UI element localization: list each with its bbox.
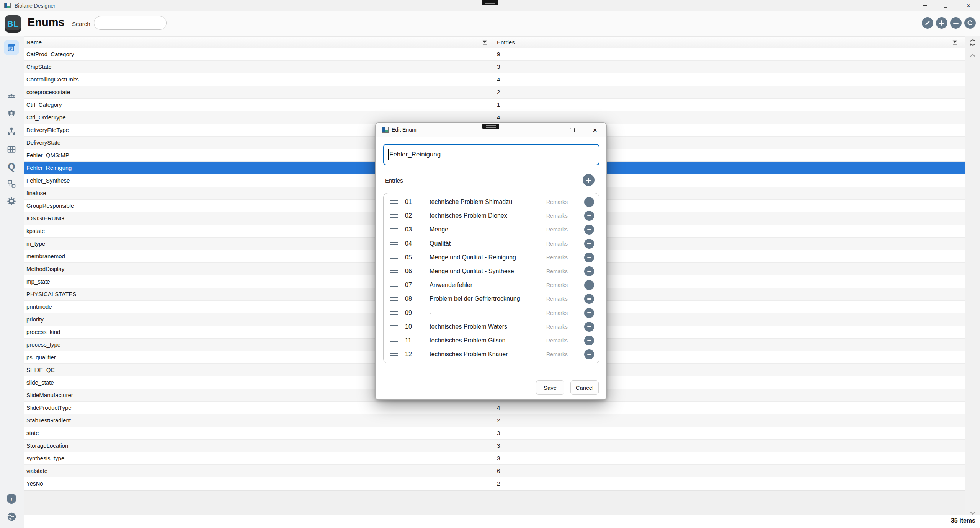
save-button[interactable]: Save [536, 380, 564, 395]
drag-handle-icon[interactable] [390, 353, 398, 356]
refresh-button[interactable] [964, 17, 976, 29]
table-row[interactable]: synthesis_type 3 [24, 452, 965, 465]
enum-entry-row: 08 Problem bei der Gefriertrocknung Rema… [384, 292, 599, 306]
entry-remarks-field[interactable]: Remarks [546, 351, 579, 357]
remove-entry-button[interactable] [584, 225, 594, 235]
remove-entry-button[interactable] [584, 322, 594, 332]
entries-label: Entries [385, 177, 403, 184]
scroll-up-button[interactable] [969, 52, 976, 57]
table-row[interactable]: SlideProductType 4 [24, 402, 965, 414]
app-window: Biolane Designer × BL Enums Search [0, 0, 980, 528]
enum-entry-row: 04 Qualität Remarks [384, 237, 599, 251]
entry-remarks-field[interactable]: Remarks [546, 254, 579, 261]
table-row[interactable]: vialstate 6 [24, 465, 965, 477]
remove-entry-button[interactable] [584, 308, 594, 318]
scroll-down-button[interactable] [969, 510, 976, 515]
table-row[interactable]: ChipState 3 [24, 61, 965, 73]
entry-remarks-field[interactable]: Remarks [546, 241, 579, 247]
entry-remarks-field[interactable]: Remarks [546, 282, 579, 288]
entry-label-field[interactable]: Menge und Qualität - Reinigung [430, 254, 546, 261]
sidebar-item-tables[interactable] [4, 142, 19, 157]
sidebar-item-hierarchy[interactable] [4, 124, 19, 139]
add-enum-button[interactable] [936, 17, 947, 29]
sync-icon [969, 38, 977, 47]
search-input[interactable] [94, 16, 167, 30]
sidebar-item-settings[interactable] [4, 194, 19, 209]
drag-handle-icon[interactable] [390, 339, 398, 342]
entry-label-field[interactable]: Qualität [430, 240, 546, 247]
drag-handle-icon[interactable] [390, 284, 398, 287]
entry-label-field[interactable]: Problem bei der Gefriertrocknung [430, 295, 546, 302]
globe-icon [7, 512, 17, 522]
remove-entry-button[interactable] [584, 294, 594, 304]
close-button[interactable]: × [960, 0, 977, 11]
minimize-button[interactable] [916, 0, 933, 11]
table-row[interactable]: YesNo 2 [24, 477, 965, 490]
remove-entry-button[interactable] [584, 349, 594, 359]
enum-name-input[interactable] [383, 144, 599, 165]
dialog-minimize-button[interactable] [541, 124, 558, 136]
table-row[interactable]: StorageLocation 3 [24, 440, 965, 452]
entry-label-field[interactable]: Anwenderfehler [430, 282, 546, 288]
drag-handle-icon[interactable] [390, 200, 398, 204]
table-row[interactable]: coreprocessstate 2 [24, 86, 965, 99]
remove-entry-button[interactable] [584, 253, 594, 262]
table-row[interactable]: Ctrl_Category 1 [24, 99, 965, 111]
remove-entry-button[interactable] [584, 266, 594, 276]
remove-entry-button[interactable] [584, 280, 594, 290]
drag-handle-icon[interactable] [390, 214, 398, 218]
drag-handle-icon[interactable] [390, 325, 398, 328]
sidebar-item-enums[interactable] [4, 40, 19, 55]
entry-remarks-field[interactable]: Remarks [546, 310, 579, 316]
drag-handle-icon[interactable] [390, 311, 398, 315]
entry-label-field[interactable]: Menge und Qualität - Synthese [430, 268, 546, 275]
filter-icon[interactable] [952, 39, 958, 46]
column-header-entries[interactable]: Entries [497, 39, 515, 46]
filter-icon[interactable] [482, 39, 488, 46]
sidebar-item-users[interactable] [4, 89, 19, 104]
add-entry-button[interactable] [583, 174, 595, 186]
entry-label-field[interactable]: Menge [430, 226, 546, 233]
entry-label-field[interactable]: technisches Problem Dionex [430, 212, 546, 219]
entry-number: 12 [405, 351, 430, 358]
drag-handle-icon[interactable] [390, 270, 398, 273]
entry-remarks-field[interactable]: Remarks [546, 296, 579, 302]
table-row[interactable]: state 3 [24, 427, 965, 440]
table-row[interactable]: StabTestGradient 2 [24, 414, 965, 427]
entry-remarks-field[interactable]: Remarks [546, 337, 579, 344]
entry-remarks-field[interactable]: Remarks [546, 213, 579, 219]
sidebar-item-info[interactable]: i [4, 491, 19, 506]
drag-handle-icon[interactable] [390, 297, 398, 301]
remove-entry-button[interactable] [584, 336, 594, 345]
cancel-button[interactable]: Cancel [570, 380, 599, 395]
entry-label-field[interactable]: - [430, 310, 546, 316]
edit-button[interactable] [922, 17, 933, 29]
remove-entry-button[interactable] [584, 239, 594, 249]
entry-label-field[interactable]: technisches Problem Gilson [430, 337, 546, 344]
reload-table-button[interactable] [969, 38, 977, 47]
sidebar-item-workflows[interactable] [4, 176, 19, 191]
minus-icon [587, 202, 591, 202]
entry-remarks-field[interactable]: Remarks [546, 199, 579, 205]
entry-label-field[interactable]: technisches Problem Waters [430, 323, 546, 330]
sidebar-item-security[interactable] [4, 106, 19, 122]
entry-remarks-field[interactable]: Remarks [546, 227, 579, 233]
table-row[interactable]: ControllingCostUnits 4 [24, 73, 965, 86]
remove-entry-button[interactable] [584, 211, 594, 221]
entry-remarks-field[interactable]: Remarks [546, 268, 579, 274]
dialog-close-button[interactable]: × [586, 124, 603, 136]
remove-enum-button[interactable] [950, 17, 962, 29]
restore-button[interactable] [937, 0, 954, 11]
drag-handle-icon[interactable] [390, 242, 398, 245]
drag-handle-icon[interactable] [390, 228, 398, 231]
sidebar-item-queries[interactable]: Q [4, 159, 19, 174]
remove-entry-button[interactable] [584, 197, 594, 207]
table-row[interactable]: CatProd_Category 9 [24, 48, 965, 61]
entry-label-field[interactable]: technisches Problem Knauer [430, 351, 546, 358]
dialog-maximize-button[interactable] [564, 124, 581, 136]
sidebar-item-language[interactable] [4, 509, 19, 524]
entry-label-field[interactable]: technische Problem Shimadzu [430, 199, 546, 205]
entry-remarks-field[interactable]: Remarks [546, 324, 579, 330]
column-header-name[interactable]: Name [26, 39, 42, 46]
drag-handle-icon[interactable] [390, 256, 398, 259]
